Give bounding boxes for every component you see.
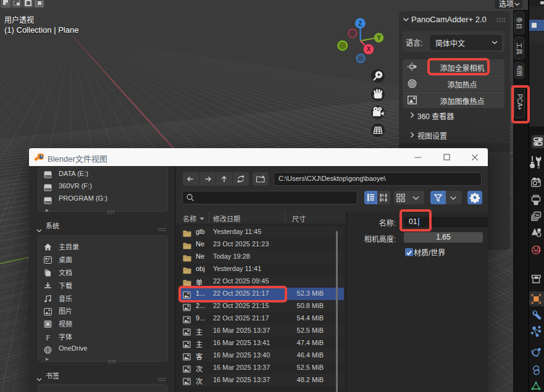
svg-text:F: F <box>46 333 50 341</box>
svg-text:Y: Y <box>377 35 381 41</box>
svg-text:Z: Z <box>358 20 362 27</box>
svg-text:X: X <box>367 46 371 52</box>
